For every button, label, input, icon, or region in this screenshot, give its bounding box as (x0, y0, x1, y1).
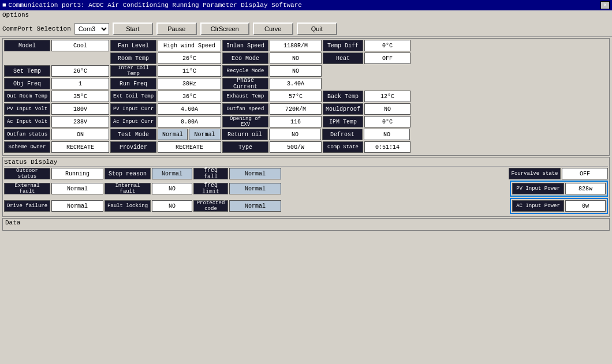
freq-limit-value: Normal (229, 183, 281, 194)
internal-fault-label: Internal fault (105, 183, 151, 194)
temp-diff-value: 0°C (364, 40, 411, 51)
external-fault-value: Normal (51, 183, 103, 194)
pv-input-volt-label: PV Input Volt (4, 103, 50, 115)
commport-select[interactable]: Com3 (74, 23, 109, 35)
internal-fault-value: NO (152, 183, 192, 194)
outdoor-status-value: Running (51, 168, 103, 179)
eco-mode-value: NO (270, 52, 322, 64)
mouldproof-label: Mouldproof (323, 103, 363, 115)
ac-input-power-label: AC Input Power (512, 200, 564, 212)
out-room-temp-label: Out Room Temp (4, 91, 50, 102)
back-temp-label: Back Temp (323, 91, 363, 102)
test-mode-label: Test Mode (110, 129, 156, 140)
recycle-mode-label: Recycle Mode (222, 65, 268, 77)
fan-level-value: High wind Speed (158, 40, 221, 51)
test-mode-val2: Normal (189, 129, 221, 140)
menu-bar: Options (0, 10, 612, 21)
ac-power-group: AC Input Power 0w (510, 198, 608, 214)
comp-state-value: 0:51:14 (364, 141, 411, 153)
data-section: Data (0, 218, 612, 231)
ac-input-curr-label: Ac Input Curr (110, 116, 156, 127)
scheme-owner-value: RECREATE (51, 141, 109, 153)
curve-button[interactable]: Curve (253, 22, 293, 35)
defrost-label: Defrost (322, 129, 363, 140)
status-display-section: Status Display Outdoor status Running St… (0, 157, 612, 218)
provider-label: Provider (110, 141, 156, 153)
pv-power-group: PV Input Power 828w (510, 181, 608, 197)
clrscreen-button[interactable]: ClrScreen (200, 22, 249, 35)
ipm-temp-value: 0°C (364, 116, 411, 127)
freq-fall-value: Normal (229, 168, 281, 179)
fourvalve-state-label: Fourvalve state (509, 168, 561, 179)
data-section-title: Data (5, 219, 20, 226)
fault-locking-label: Fault locking (105, 200, 151, 212)
heat-value: OFF (364, 52, 411, 64)
pv-input-curr-value: 4.60A (158, 103, 221, 115)
outfan-status-value: ON (51, 129, 109, 140)
phase-current-value: 3.40A (270, 78, 322, 89)
close-button[interactable]: × (600, 1, 610, 9)
outfan-status-label: Outfan status (4, 129, 50, 140)
return-oil-value: NO (269, 129, 321, 140)
set-temp-value: 26°C (51, 65, 109, 77)
ac-input-volt-value: 238V (51, 116, 109, 127)
ac-input-power-value: 0w (565, 200, 606, 212)
type-label: Type (222, 141, 268, 153)
mouldproof-value: NO (364, 103, 411, 115)
status-display-title: Status Display (4, 159, 608, 167)
outdoor-status-label: Outdoor status (4, 168, 50, 179)
freq-limit-label: freq limit (193, 183, 228, 194)
phase-current-label: Phase Current (222, 78, 268, 89)
exhaust-temp-value: 57°C (270, 91, 322, 102)
start-button[interactable]: Start (113, 22, 153, 35)
run-freq-value: 30Hz (158, 78, 221, 89)
pause-button[interactable]: Pause (156, 22, 197, 35)
room-temp-label: Room Temp (110, 52, 156, 64)
obj-freq-label: Obj Freq (4, 78, 50, 89)
ext-coil-temp-label: Ext Coil Temp (110, 91, 156, 102)
fault-locking-value: NO (152, 200, 192, 212)
outfan-speed-value: 720R/M (270, 103, 322, 115)
scheme-owner-label: Scheme Owner (4, 141, 50, 153)
recycle-mode-value: NO (270, 65, 322, 77)
toolbar: CommPort Selection Com3 Start Pause ClrS… (0, 21, 612, 37)
opening-exv-value: 116 (270, 116, 322, 127)
run-freq-label: Run Freq (110, 78, 156, 89)
model-value: Cool (51, 40, 109, 51)
comp-state-label: Comp State (323, 141, 363, 153)
drive-failure-value: Normal (51, 200, 103, 212)
return-oil-label: Return oil (222, 129, 268, 140)
inlan-speed-value: 1180R/M (270, 40, 322, 51)
protected-code-label: Protected code (193, 200, 228, 212)
freq-fall-label: freq fall (193, 168, 228, 179)
ext-coil-temp-value: 36°C (158, 91, 221, 102)
external-fault-label: External fault (4, 183, 50, 194)
eco-mode-label: Eco Mode (222, 52, 268, 64)
exhaust-temp-label: Exhaust Temp (222, 91, 268, 102)
pv-input-curr-label: PV Input Curr (110, 103, 156, 115)
obj-freq-value: 1 (51, 78, 109, 89)
ipm-temp-label: IPM Temp (323, 116, 363, 127)
fourvalve-state-value: OFF (562, 168, 608, 179)
stop-reason-label: Stop reason (105, 168, 151, 179)
pv-input-power-label: PV Input Power (512, 183, 564, 194)
model-label: Model (4, 40, 50, 51)
main-params-section: Model Cool Fan Level High wind Speed Inl… (0, 37, 612, 157)
inlan-speed-label: Inlan Speed (222, 40, 268, 51)
protected-code-value: Normal (229, 200, 281, 212)
quit-button[interactable]: Quit (297, 22, 337, 35)
options-menu[interactable]: Options (2, 12, 29, 18)
commport-label: CommPort Selection (2, 25, 71, 32)
app-icon: ■ (2, 2, 6, 9)
pv-input-power-value: 828w (565, 183, 606, 194)
drive-failure-label: Drive failure (4, 200, 50, 212)
opening-exv-label: Opening of EXV (222, 116, 268, 127)
heat-label: Heat (323, 52, 363, 64)
provider-value: RECREATE (158, 141, 221, 153)
back-temp-value: 12°C (364, 91, 411, 102)
out-room-temp-value: 35°C (51, 91, 109, 102)
stop-reason-value: Normal (152, 168, 192, 179)
room-temp-value: 26°C (158, 52, 221, 64)
inter-coil-temp-label: Inter Coil Temp (110, 65, 156, 77)
set-temp-label: Set Temp (4, 65, 50, 77)
